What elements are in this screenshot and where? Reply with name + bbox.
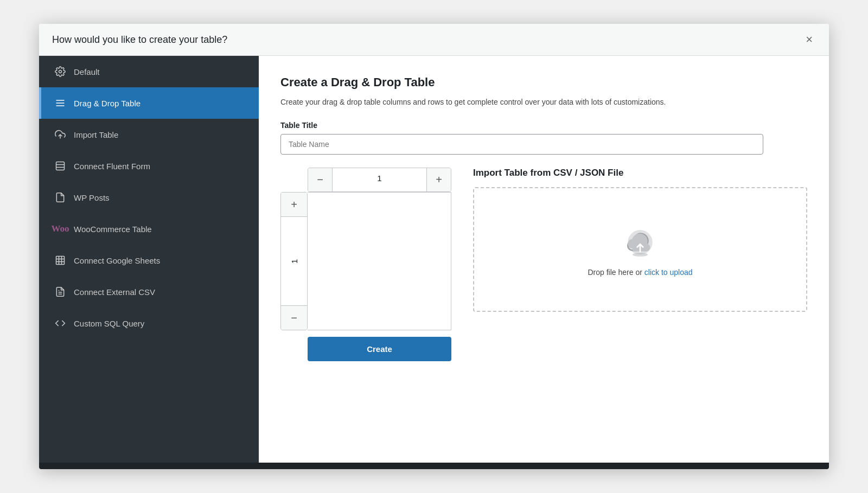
drop-zone[interactable]: Drop file here or click to upload [473, 187, 807, 312]
grid-icon [54, 254, 66, 266]
sidebar-item-import-label: Import Table [74, 130, 118, 139]
sidebar-item-wp-posts[interactable]: WP Posts [39, 182, 259, 213]
col-controls: − 1 + [308, 168, 451, 192]
import-section: Import Table from CSV / JSON File [473, 168, 807, 312]
modal-close-button[interactable]: × [802, 33, 816, 47]
upload-link[interactable]: click to upload [644, 268, 693, 277]
col-value: 1 [332, 168, 427, 191]
row-decrease-button[interactable]: − [280, 306, 308, 330]
sidebar-item-default[interactable]: Default [39, 56, 259, 87]
col-decrease-button[interactable]: − [308, 168, 332, 191]
code-icon [54, 317, 66, 329]
sidebar-item-default-label: Default [74, 67, 100, 76]
gear-icon [54, 66, 66, 78]
sidebar-item-google-sheets-label: Connect Google Sheets [74, 256, 160, 265]
list-icon [54, 97, 66, 109]
document-icon [54, 191, 66, 203]
csv-icon [54, 286, 66, 298]
create-btn-wrap: Create [308, 337, 451, 361]
form-icon [54, 160, 66, 172]
sidebar-item-fluent-form[interactable]: Connect Fluent Form [39, 150, 259, 182]
sidebar: Default Drag & Drop Table Import Table [39, 56, 259, 463]
row-value: 1 [280, 216, 308, 306]
row-controls: + 1 − [280, 192, 308, 330]
main-content: Create a Drag & Drop Table Create your d… [259, 56, 829, 463]
upload-icon [54, 129, 66, 140]
sidebar-item-sql-label: Custom SQL Query [74, 319, 144, 328]
sidebar-item-woo-label: WooCommerce Table [74, 225, 152, 234]
modal-body: Default Drag & Drop Table Import Table [39, 56, 829, 463]
sidebar-item-fluent-label: Connect Fluent Form [74, 162, 150, 171]
bottom-bar [39, 463, 829, 469]
woo-icon: Woo [54, 223, 66, 235]
drop-text: Drop file here or click to upload [588, 268, 693, 277]
svg-rect-5 [56, 162, 65, 170]
sidebar-item-google-sheets[interactable]: Connect Google Sheets [39, 245, 259, 276]
svg-rect-8 [56, 257, 65, 265]
section-desc: Create your drag & drop table columns an… [280, 96, 807, 108]
section-title: Create a Drag & Drop Table [280, 75, 807, 89]
table-title-label: Table Title [280, 121, 807, 130]
grid-preview [308, 192, 451, 330]
svg-point-0 [59, 71, 62, 73]
sidebar-item-woocommerce[interactable]: Woo WooCommerce Table [39, 213, 259, 245]
sidebar-item-drag-drop[interactable]: Drag & Drop Table [39, 87, 259, 119]
col-increase-button[interactable]: + [427, 168, 451, 191]
builder-row: − 1 + + 1 − [280, 168, 807, 361]
sidebar-item-drag-drop-label: Drag & Drop Table [74, 99, 141, 108]
grid-builder: − 1 + + 1 − [280, 168, 451, 361]
sidebar-item-wp-posts-label: WP Posts [74, 193, 110, 202]
create-button[interactable]: Create [308, 337, 451, 361]
row-increase-button[interactable]: + [280, 193, 308, 216]
col-controls-inner: − 1 + [308, 168, 451, 192]
table-title-input[interactable] [280, 134, 763, 155]
sidebar-item-external-csv[interactable]: Connect External CSV [39, 276, 259, 308]
sidebar-item-external-csv-label: Connect External CSV [74, 287, 155, 297]
modal-header: How would you like to create your table?… [39, 24, 829, 56]
modal: How would you like to create your table?… [39, 24, 829, 469]
upload-cloud-icon [621, 222, 659, 260]
import-title: Import Table from CSV / JSON File [473, 168, 807, 178]
sidebar-item-sql-query[interactable]: Custom SQL Query [39, 308, 259, 339]
modal-title: How would you like to create your table? [52, 34, 227, 46]
sidebar-item-import-table[interactable]: Import Table [39, 119, 259, 150]
svg-point-16 [633, 253, 648, 257]
grid-lower: + 1 − [280, 192, 451, 330]
